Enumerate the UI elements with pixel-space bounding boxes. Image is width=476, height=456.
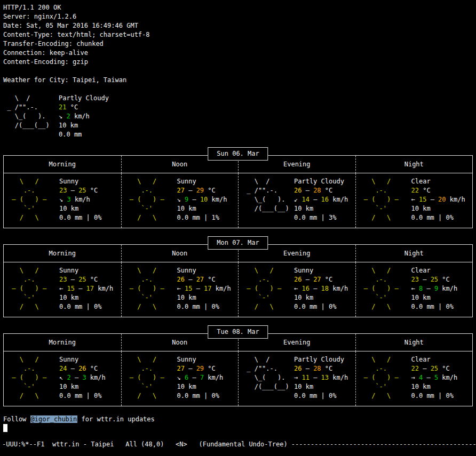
period-header-night: Night — [355, 245, 473, 262]
forecast-details: Sunny26 – 27 °C← 15 – 17 km/h10 km0.0 mm… — [177, 266, 231, 311]
forecast-details: Sunny27 – 29 °C↘ 6 – 7 km/h10 km0.0 mm |… — [177, 355, 224, 401]
period-header-night: Night — [355, 156, 473, 173]
forecast-details: Clear22 °C← 15 – 20 km/h10 km0.0 mm | 0% — [411, 177, 465, 222]
footer-suffix: for wttr.in updates — [77, 415, 155, 423]
forecast-details: Partly Cloudy26 – 28 °C↙ 14 – 16 km/h10 … — [294, 177, 348, 222]
forecast-cell: \ / .-. ‒ ( ) ‒ `-' / \Clear22 – 25 °C→ … — [355, 351, 473, 406]
http-header-line: Date: Sat, 05 Mar 2016 16:49:46 GMT — [3, 21, 473, 30]
sun-icon: \ / .-. ‒ ( ) ‒ `-' / \ — [126, 177, 174, 222]
forecast-details: Clear22 – 25 °C→ 4 – 5 km/h10 km0.0 mm |… — [411, 355, 458, 401]
emacs-modeline: -UUU:%*--F1 wttr.in - Taipei All (48,0) … — [0, 440, 476, 449]
forecast-cell: \ / .-. ‒ ( ) ‒ `-' / \Sunny27 – 29 °C↘ … — [121, 173, 239, 228]
date-label: Tue 08. Mar — [208, 325, 268, 339]
period-header-night: Night — [355, 334, 473, 351]
period-header-morning: Morning — [4, 245, 121, 262]
partly-cloudy-icon: \ / _ /"".-. \_( ). /(___(__) — [243, 355, 291, 401]
location-line: Weather for City: Taipei, Taiwan — [3, 76, 473, 85]
day-forecast-mon-07-mar: Mon 07. MarMorningNoonEveningNight \ / .… — [3, 244, 473, 317]
http-header-line: Transfer-Encoding: chunked — [3, 39, 473, 49]
forecast-table: MorningNoonEveningNight \ / .-. ‒ ( ) ‒ … — [3, 155, 473, 228]
forecast-details: Sunny24 – 26 °C↖ 2 – 3 km/h10 km0.0 mm |… — [59, 355, 106, 401]
day-forecast-tue-08-mar: Tue 08. MarMorningNoonEveningNight \ / .… — [3, 333, 473, 406]
twitter-handle-link[interactable]: @igor_chubin — [30, 415, 78, 423]
text-cursor — [3, 424, 7, 432]
blank-line — [3, 85, 473, 94]
partly-cloudy-icon: \ / _ /"".-. \_( ). /(___(__) — [3, 94, 59, 139]
forecast-cell: \ / _ /"".-. \_( ). /(___(__)Partly Clou… — [238, 173, 355, 228]
clear-sky-icon: \ / .-. ‒ ( ) ‒ `-' / \ — [360, 177, 408, 222]
sun-icon: \ / .-. ‒ ( ) ‒ `-' / \ — [243, 266, 291, 311]
date-label: Mon 07. Mar — [208, 236, 268, 250]
forecast-cell: \ / .-. ‒ ( ) ‒ `-' / \Sunny27 – 29 °C↘ … — [121, 351, 239, 406]
forecast-details: Sunny23 – 25 °C↘ 3 km/h10 km0.0 mm | 0% — [59, 177, 101, 222]
forecast-details: Sunny26 – 27 °C← 16 – 18 km/h10 km0.0 mm… — [294, 266, 348, 311]
forecast-cell: \ / .-. ‒ ( ) ‒ `-' / \Sunny26 – 27 °C← … — [121, 262, 239, 317]
forecast-details: Sunny27 – 29 °C↘ 9 – 10 km/h10 km0.0 mm … — [177, 177, 227, 222]
http-header-line: Server: nginx/1.2.6 — [3, 12, 473, 21]
forecast-table: MorningNoonEveningNight \ / .-. ‒ ( ) ‒ … — [3, 333, 473, 406]
period-header-morning: Morning — [4, 334, 121, 351]
day-forecast-sun-06-mar: Sun 06. MarMorningNoonEveningNight \ / .… — [3, 155, 473, 228]
sun-icon: \ / .-. ‒ ( ) ‒ `-' / \ — [126, 266, 174, 311]
forecast-cell: \ / .-. ‒ ( ) ‒ `-' / \Clear23 – 25 °C← … — [355, 262, 473, 317]
footer-line: Follow @igor_chubin for wttr.in updates — [3, 415, 473, 424]
sun-icon: \ / .-. ‒ ( ) ‒ `-' / \ — [8, 177, 56, 222]
forecast-details: Clear23 – 25 °C← 8 – 9 km/h10 km0.0 mm |… — [411, 266, 458, 311]
http-header-line: Content-Type: text/html; charset=utf-8 — [3, 30, 473, 39]
footer-prefix: Follow — [3, 415, 30, 423]
cursor-line — [3, 424, 473, 434]
current-conditions: \ / _ /"".-. \_( ). /(___(__)Partly Clou… — [3, 94, 473, 139]
forecast-cell: \ / _ /"".-. \_( ). /(___(__)Partly Clou… — [238, 351, 355, 406]
http-header-line: Content-Encoding: gzip — [3, 58, 473, 67]
date-label: Sun 06. Mar — [208, 147, 268, 161]
forecast-days: Sun 06. MarMorningNoonEveningNight \ / .… — [3, 155, 473, 406]
forecast-cell: \ / .-. ‒ ( ) ‒ `-' / \Sunny24 – 26 °C↖ … — [4, 351, 121, 406]
http-header-line: HTTP/1.1 200 OK — [3, 3, 473, 12]
period-header-morning: Morning — [4, 156, 121, 173]
forecast-cell: \ / .-. ‒ ( ) ‒ `-' / \Clear22 °C← 15 – … — [355, 173, 473, 228]
http-header-line: Connection: keep-alive — [3, 49, 473, 58]
clear-sky-icon: \ / .-. ‒ ( ) ‒ `-' / \ — [360, 266, 408, 311]
forecast-details: Partly Cloudy26 – 28 °C→ 11 – 13 km/h10 … — [294, 355, 348, 401]
forecast-table: MorningNoonEveningNight \ / .-. ‒ ( ) ‒ … — [3, 244, 473, 317]
sun-icon: \ / .-. ‒ ( ) ‒ `-' / \ — [8, 266, 56, 311]
blank-line — [3, 67, 473, 76]
forecast-cell: \ / .-. ‒ ( ) ‒ `-' / \Sunny26 – 27 °C← … — [238, 262, 355, 317]
terminal-screen: HTTP/1.1 200 OKServer: nginx/1.2.6Date: … — [0, 0, 476, 434]
sun-icon: \ / .-. ‒ ( ) ‒ `-' / \ — [126, 355, 174, 401]
http-response-headers: HTTP/1.1 200 OKServer: nginx/1.2.6Date: … — [3, 3, 473, 67]
forecast-cell: \ / .-. ‒ ( ) ‒ `-' / \Sunny23 – 25 °C↘ … — [4, 173, 121, 228]
current-weather-details: Partly Cloudy21 °C↘ 2 km/h10 km0.0 mm — [59, 94, 109, 139]
partly-cloudy-icon: \ / _ /"".-. \_( ). /(___(__) — [243, 177, 291, 222]
forecast-cell: \ / .-. ‒ ( ) ‒ `-' / \Sunny23 – 25 °C← … — [4, 262, 121, 317]
clear-sky-icon: \ / .-. ‒ ( ) ‒ `-' / \ — [360, 355, 408, 401]
forecast-details: Sunny23 – 25 °C← 15 – 17 km/h10 km0.0 mm… — [59, 266, 113, 311]
sun-icon: \ / .-. ‒ ( ) ‒ `-' / \ — [8, 355, 56, 401]
